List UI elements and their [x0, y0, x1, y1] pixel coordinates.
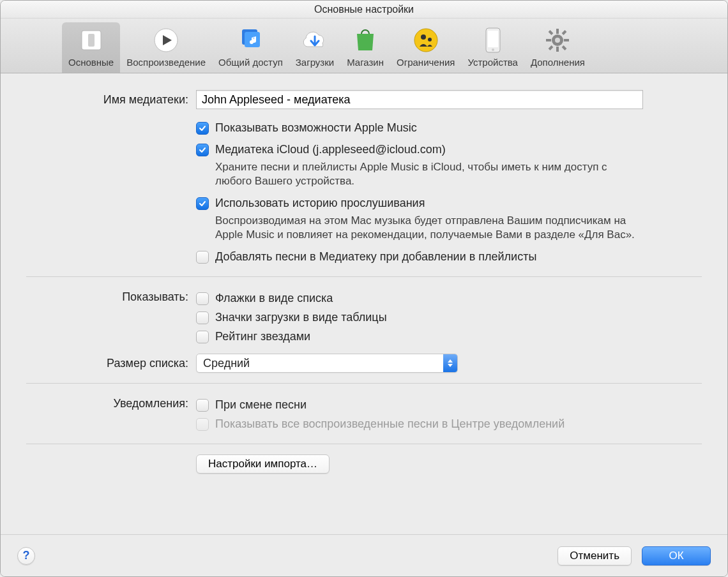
- tab-playback[interactable]: Воспроизведение: [120, 22, 212, 73]
- svg-rect-18: [549, 45, 554, 50]
- tab-general[interactable]: Основные: [62, 22, 120, 73]
- svg-rect-16: [549, 30, 554, 35]
- download-icons-checkbox[interactable]: [196, 311, 209, 324]
- icloud-library-label: Медиатека iCloud (j.appleseed@icloud.com…: [215, 141, 446, 158]
- notify-on-change-label: При смене песни: [215, 396, 307, 413]
- svg-rect-13: [556, 47, 559, 52]
- add-songs-label: Добавлять песни в Медиатеку при добавлен…: [215, 248, 536, 265]
- gear-icon: [543, 26, 572, 54]
- use-history-desc: Воспроизводимая на этом Mac музыка будет…: [215, 214, 643, 242]
- list-size-select[interactable]: Средний: [196, 354, 458, 373]
- use-history-label: Использовать историю прослушивания: [215, 195, 425, 211]
- tab-label: Воспроизведение: [126, 57, 206, 68]
- svg-point-7: [428, 38, 432, 41]
- tab-label: Общий доступ: [218, 57, 283, 68]
- divider: [26, 276, 702, 277]
- switch-icon: [77, 26, 105, 54]
- parental-icon: [412, 26, 440, 54]
- help-button[interactable]: ?: [17, 547, 35, 565]
- svg-rect-1: [88, 34, 95, 47]
- tab-label: Ограничения: [397, 57, 455, 68]
- icloud-library-desc: Храните песни и плейлисты Apple Music в …: [215, 160, 643, 188]
- preferences-window: Основные настройки Основные Воспроизведе…: [0, 0, 728, 577]
- svg-point-20: [555, 38, 560, 43]
- tab-sharing[interactable]: Общий доступ: [212, 22, 289, 73]
- play-icon: [152, 26, 180, 54]
- icloud-library-checkbox[interactable]: [196, 144, 209, 156]
- notify-on-change-checkbox[interactable]: [196, 399, 209, 412]
- bag-icon: [351, 26, 379, 54]
- ok-button[interactable]: ОК: [642, 546, 711, 566]
- download-cloud-icon: [301, 26, 329, 54]
- svg-rect-12: [556, 29, 559, 34]
- chevron-updown-icon: [443, 354, 457, 372]
- svg-rect-15: [564, 39, 569, 41]
- notify-all-checkbox: [196, 418, 209, 431]
- list-checkboxes-checkbox[interactable]: [196, 292, 209, 305]
- svg-point-6: [421, 34, 426, 40]
- svg-point-10: [492, 49, 494, 51]
- content-area: Имя медиатеки: Показывать возможности Ap…: [1, 73, 727, 534]
- show-apple-music-label: Показывать возможности Apple Music: [215, 119, 417, 136]
- library-name-label: Имя медиатеки:: [26, 90, 196, 109]
- download-icons-label: Значки загрузки в виде таблицы: [215, 309, 387, 326]
- tab-label: Устройства: [467, 57, 517, 68]
- notifications-label: Уведомления:: [26, 394, 196, 413]
- divider: [26, 383, 702, 384]
- svg-rect-17: [562, 30, 567, 35]
- list-size-label: Размер списка:: [26, 354, 196, 373]
- show-section-label: Показывать:: [26, 287, 196, 306]
- toolbar: Основные Воспроизведение Общий доступ За…: [1, 19, 727, 73]
- add-songs-checkbox[interactable]: [196, 251, 209, 264]
- star-rating-label: Рейтинг звездами: [215, 328, 310, 345]
- tab-store[interactable]: Магазин: [340, 22, 390, 73]
- tab-advanced[interactable]: Дополнения: [524, 22, 591, 73]
- device-icon: [479, 26, 507, 54]
- list-checkboxes-label: Флажки в виде списка: [215, 290, 333, 306]
- tab-devices[interactable]: Устройства: [461, 22, 524, 73]
- library-name-input[interactable]: [196, 90, 643, 109]
- star-rating-checkbox[interactable]: [196, 331, 209, 343]
- music-files-icon: [236, 26, 264, 54]
- show-apple-music-checkbox[interactable]: [196, 122, 209, 135]
- window-title: Основные настройки: [1, 1, 727, 19]
- import-settings-button[interactable]: Настройки импорта…: [196, 454, 330, 474]
- tab-label: Магазин: [347, 57, 384, 68]
- svg-point-5: [414, 29, 437, 52]
- svg-rect-19: [562, 45, 567, 50]
- tab-label: Загрузки: [296, 57, 334, 68]
- use-history-checkbox[interactable]: [196, 197, 209, 210]
- tab-label: Дополнения: [531, 57, 585, 68]
- notify-all-label: Показывать все воспроизведенные песни в …: [215, 416, 565, 432]
- tab-label: Основные: [68, 57, 114, 68]
- svg-rect-14: [546, 39, 551, 41]
- cancel-button[interactable]: Отменить: [557, 546, 632, 566]
- tab-downloads[interactable]: Загрузки: [289, 22, 340, 73]
- svg-rect-9: [488, 31, 498, 47]
- divider: [26, 444, 702, 444]
- footer: ? Отменить ОК: [1, 534, 727, 576]
- tab-restrictions[interactable]: Ограничения: [390, 22, 461, 73]
